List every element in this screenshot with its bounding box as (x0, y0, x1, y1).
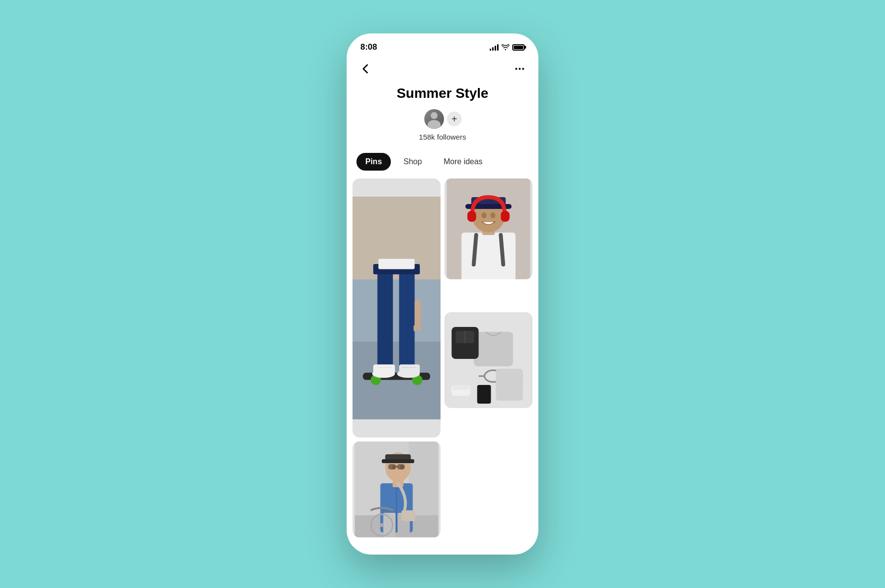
svg-rect-11 (373, 364, 395, 374)
pin-image-headphones (444, 178, 532, 279)
avatar[interactable] (423, 108, 445, 130)
svg-rect-53 (382, 459, 414, 463)
plus-icon: + (451, 114, 457, 124)
svg-rect-42 (453, 385, 470, 390)
followers-count: 158k followers (419, 133, 466, 141)
svg-rect-32 (474, 332, 513, 366)
status-icons (490, 44, 525, 51)
board-header: Summer Style + 158k followers (347, 82, 538, 149)
svg-rect-17 (413, 325, 416, 331)
phone-frame: 8:08 (347, 33, 538, 555)
svg-rect-9 (379, 259, 415, 269)
battery-icon (512, 44, 525, 51)
svg-rect-20 (462, 233, 516, 279)
svg-rect-6 (378, 269, 393, 373)
svg-point-63 (380, 523, 384, 527)
tab-shop[interactable]: Shop (395, 153, 431, 171)
pin-grid (347, 178, 538, 555)
svg-rect-57 (397, 464, 405, 470)
pin-image-flatlay (444, 312, 532, 408)
followers-section: + 158k followers (419, 108, 466, 141)
pin-card-flatlay[interactable] (444, 312, 532, 408)
pin-card-street[interactable] (353, 441, 441, 537)
wifi-icon (502, 44, 509, 50)
svg-line-29 (474, 235, 476, 265)
pin-card-skate[interactable] (353, 178, 441, 438)
svg-rect-44 (496, 369, 523, 401)
svg-rect-61 (402, 510, 415, 521)
more-options-button[interactable] (511, 60, 529, 78)
pin-image-street (353, 441, 441, 537)
svg-rect-2 (353, 342, 441, 419)
tab-more-ideas[interactable]: More ideas (435, 153, 491, 171)
board-title: Summer Style (397, 86, 489, 101)
follow-button[interactable]: + (447, 112, 462, 126)
svg-rect-7 (399, 269, 415, 373)
svg-point-25 (482, 212, 487, 218)
svg-point-26 (491, 212, 496, 218)
status-bar: 8:08 (347, 33, 538, 58)
svg-line-30 (501, 235, 503, 265)
signal-icon (490, 44, 499, 51)
back-button[interactable] (356, 60, 374, 78)
svg-rect-43 (477, 385, 491, 404)
svg-rect-16 (414, 300, 421, 326)
nav-bar (347, 58, 538, 82)
svg-rect-27 (468, 211, 476, 222)
tab-pins[interactable]: Pins (356, 153, 391, 171)
pin-image-skate (353, 178, 441, 438)
svg-rect-56 (388, 464, 396, 470)
tabs-bar: Pins Shop More ideas (347, 149, 538, 178)
svg-rect-13 (399, 364, 420, 374)
status-time: 8:08 (360, 42, 377, 52)
svg-rect-18 (418, 324, 421, 331)
svg-rect-28 (501, 211, 510, 222)
avatar-group: + (423, 108, 462, 130)
pin-card-headphones[interactable] (444, 178, 532, 279)
